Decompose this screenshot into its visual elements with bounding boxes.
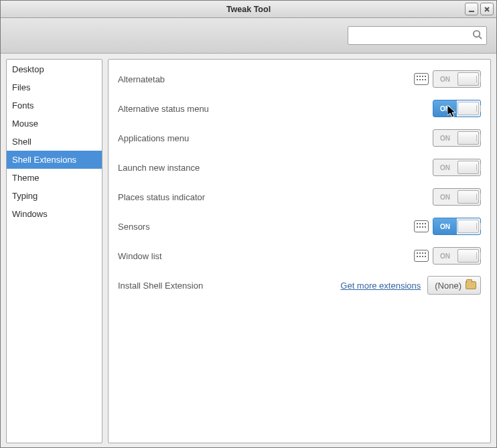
install-row: Install Shell Extension Get more extensi… — [118, 275, 481, 295]
switch-on-label: ON — [433, 130, 457, 146]
extension-label: Window list — [118, 251, 414, 261]
sidebar-item-files[interactable]: Files — [7, 78, 102, 96]
switch-knob — [457, 131, 479, 145]
switch-knob — [457, 190, 479, 204]
extension-row: Places status indicatorON — [118, 187, 481, 207]
svg-rect-0 — [469, 11, 474, 12]
preferences-icon[interactable] — [414, 220, 429, 232]
search-input[interactable] — [352, 30, 472, 42]
close-button[interactable] — [480, 3, 494, 15]
toolbar — [1, 18, 496, 54]
switch-knob — [457, 102, 479, 115]
extension-switch[interactable]: ON — [433, 188, 481, 206]
svg-line-2 — [479, 36, 482, 39]
switch-knob — [457, 72, 479, 86]
folder-icon — [466, 281, 476, 289]
switch-knob — [457, 220, 479, 233]
preferences-icon[interactable] — [414, 250, 429, 262]
extension-switch[interactable]: ON — [433, 247, 481, 265]
install-file-button[interactable]: (None) — [427, 276, 481, 295]
sidebar-item-fonts[interactable]: Fonts — [7, 96, 102, 115]
extensions-panel: AlternatetabONAlternative status menuONA… — [108, 59, 491, 443]
switch-on-label: ON — [433, 218, 457, 234]
minimize-icon — [468, 6, 475, 13]
extension-row: Window listON — [118, 246, 481, 266]
extension-label: Places status indicator — [118, 192, 433, 202]
extension-switch[interactable]: ON — [433, 70, 481, 88]
extension-row: AlternatetabON — [118, 69, 481, 89]
extension-row: SensorsON — [118, 216, 481, 236]
extension-label: Alternative status menu — [118, 104, 433, 114]
close-icon — [484, 6, 490, 13]
extension-row: Applications menuON — [118, 128, 481, 148]
extension-switch[interactable]: ON — [433, 159, 481, 176]
switch-on-label: ON — [433, 71, 457, 87]
get-more-extensions-link[interactable]: Get more extensions — [340, 281, 421, 291]
sidebar-item-theme[interactable]: Theme — [7, 169, 102, 187]
search-field[interactable] — [348, 26, 487, 45]
sidebar-item-desktop[interactable]: Desktop — [7, 60, 102, 78]
window-buttons — [465, 3, 494, 15]
switch-on-label: ON — [433, 159, 457, 175]
switch-knob — [457, 249, 479, 263]
sidebar: DesktopFilesFontsMouseShellShell Extensi… — [6, 59, 102, 443]
extension-switch[interactable]: ON — [433, 129, 481, 147]
content-area: DesktopFilesFontsMouseShellShell Extensi… — [1, 54, 496, 448]
titlebar: Tweak Tool — [1, 1, 496, 18]
extension-switch[interactable]: ON — [433, 100, 481, 117]
sidebar-item-typing[interactable]: Typing — [7, 187, 102, 205]
search-icon — [472, 29, 482, 42]
switch-on-label: ON — [433, 100, 457, 117]
extension-row: Alternative status menuON — [118, 98, 481, 119]
switch-knob — [457, 161, 479, 174]
sidebar-item-windows[interactable]: Windows — [7, 205, 102, 223]
extension-switch[interactable]: ON — [433, 218, 481, 235]
install-label: Install Shell Extension — [118, 281, 340, 291]
window-title: Tweak Tool — [1, 5, 496, 14]
svg-point-1 — [474, 31, 480, 37]
sidebar-item-shell[interactable]: Shell — [7, 133, 102, 151]
sidebar-item-shell-extensions[interactable]: Shell Extensions — [7, 151, 102, 169]
preferences-icon[interactable] — [414, 73, 429, 85]
switch-on-label: ON — [433, 248, 457, 264]
extension-label: Alternatetab — [118, 74, 414, 84]
extension-label: Applications menu — [118, 133, 433, 143]
switch-on-label: ON — [433, 189, 457, 205]
extension-label: Launch new instance — [118, 163, 433, 173]
install-file-button-label: (None) — [435, 281, 462, 291]
extension-label: Sensors — [118, 222, 414, 232]
sidebar-item-mouse[interactable]: Mouse — [7, 115, 102, 133]
extension-row: Launch new instanceON — [118, 157, 481, 177]
minimize-button[interactable] — [465, 3, 478, 15]
